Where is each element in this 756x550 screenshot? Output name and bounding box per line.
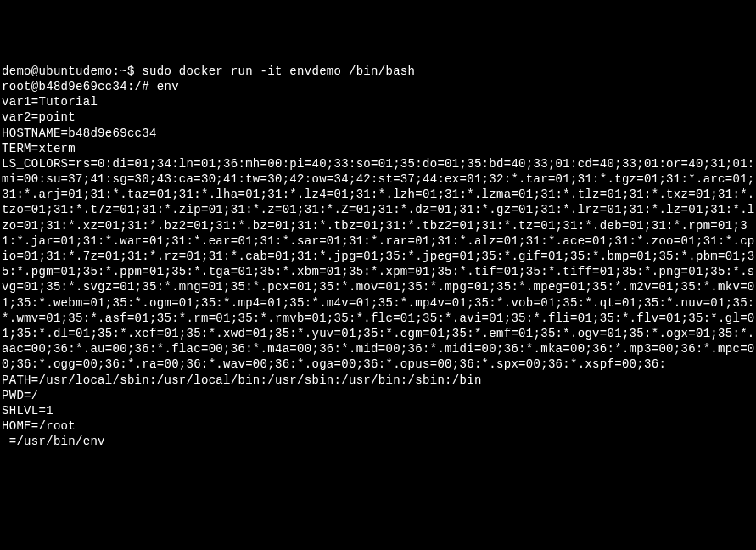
terminal-line: TERM=xterm [2, 141, 756, 156]
terminal-line: HOSTNAME=b48d9e69cc34 [2, 126, 756, 141]
terminal-line: LS_COLORS=rs=0:di=01;34:ln=01;36:mh=00:p… [2, 156, 756, 373]
terminal-line: PWD=/ [2, 388, 756, 403]
terminal-line: PATH=/usr/local/sbin:/usr/local/bin:/usr… [2, 373, 756, 388]
terminal-output[interactable]: demo@ubuntudemo:~$ sudo docker run -it e… [2, 64, 756, 450]
terminal-line: root@b48d9e69cc34:/# env [2, 79, 756, 94]
terminal-line: var1=Tutorial [2, 94, 756, 109]
terminal-line: _=/usr/bin/env [2, 434, 756, 449]
terminal-line: HOME=/root [2, 418, 756, 434]
terminal-line: var2=point [2, 109, 756, 125]
terminal-line: demo@ubuntudemo:~$ sudo docker run -it e… [2, 64, 756, 79]
terminal-line: SHLVL=1 [2, 403, 756, 418]
